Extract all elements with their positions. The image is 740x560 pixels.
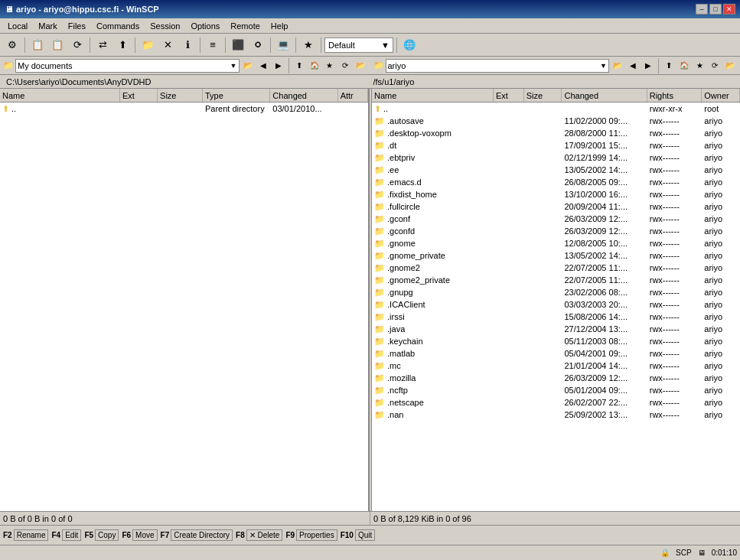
window-title: ariyo - ariyo@hippu.csc.fi - WinSCP <box>16 5 159 14</box>
toolbar-bookmark[interactable]: ★ <box>299 37 318 54</box>
right-home-btn[interactable]: 🏠 <box>677 59 691 73</box>
fkey-f6[interactable]: F6Move <box>122 529 157 541</box>
right-file-row[interactable]: 📁 .autosave 11/02/2000 09:... rwx------ … <box>372 115 740 127</box>
right-file-row[interactable]: 📁 .gnome2 22/07/2005 11:... rwx------ ar… <box>372 262 740 274</box>
right-col-name[interactable]: Name <box>372 89 494 102</box>
right-file-row[interactable]: 📁 .keychain 05/11/2003 08:... rwx------ … <box>372 335 740 347</box>
toolbar-disconnect[interactable]: ⭘ <box>249 37 267 54</box>
maximize-button[interactable]: □ <box>709 4 722 15</box>
left-bookmark-arrow[interactable]: ▼ <box>230 62 237 70</box>
fkey-f5[interactable]: F5Copy <box>84 529 119 541</box>
right-file-row[interactable]: 📁 .gnome 12/08/2005 10:... rwx------ ari… <box>372 237 740 249</box>
right-file-list: ⬆ .. rwxr-xr-x root 📁 .autosave 11/02/20… <box>372 103 740 511</box>
menu-bar: Local Mark Files Commands Session Option… <box>0 18 740 34</box>
left-browse-btn[interactable]: 📂 <box>241 59 255 73</box>
left-file-row-parent[interactable]: ⬆ .. Parent directory 03/01/2010... <box>0 103 368 115</box>
right-file-row[interactable]: 📁 .gnome2_private 22/07/2005 11:... rwx-… <box>372 274 740 286</box>
right-file-row[interactable]: 📁 .dt 17/09/2001 15:... rwx------ ariyo <box>372 139 740 151</box>
right-file-row[interactable]: 📁 .fixdist_home 13/10/2000 16:... rwx---… <box>372 188 740 200</box>
toolbar-new-dir[interactable]: 📁 <box>139 37 157 54</box>
left-col-ext[interactable]: Ext <box>120 89 158 102</box>
left-fwd-btn[interactable]: ▶ <box>272 59 285 73</box>
menu-files[interactable]: Files <box>64 21 90 31</box>
right-file-row[interactable]: 📁 .gconf 26/03/2009 12:... rwx------ ari… <box>372 213 740 225</box>
right-file-row[interactable]: 📁 .ncftp 05/01/2004 09:... rwx------ ari… <box>372 384 740 396</box>
right-fwd-btn[interactable]: ▶ <box>641 59 655 73</box>
right-file-row[interactable]: ⬆ .. rwxr-xr-x root <box>372 103 740 115</box>
right-col-size[interactable]: Size <box>524 89 562 102</box>
right-browse-btn[interactable]: 📂 <box>611 59 624 73</box>
left-refresh-btn[interactable]: ⟳ <box>338 59 352 73</box>
right-col-rights[interactable]: Rights <box>647 89 703 102</box>
right-up-btn[interactable]: ⬆ <box>662 59 676 73</box>
toolbar-stop[interactable]: ⬛ <box>229 37 247 54</box>
minimize-button[interactable]: – <box>696 4 708 15</box>
right-bookmark-btn[interactable]: ★ <box>693 59 706 73</box>
toolbar-copy-local[interactable]: 📋 <box>28 37 47 54</box>
right-file-row[interactable]: 📁 .ICAClient 03/03/2003 20:... rwx------… <box>372 298 740 311</box>
menu-help[interactable]: Help <box>266 21 293 31</box>
fkey-f4[interactable]: F4Edit <box>51 529 81 541</box>
left-back-btn[interactable]: ◀ <box>256 59 270 73</box>
toolbar-sep-2 <box>90 37 90 53</box>
left-open-btn[interactable]: 📂 <box>354 59 367 73</box>
toolbar-upload[interactable]: ⬆ <box>113 37 132 54</box>
left-home-btn[interactable]: 🏠 <box>308 59 321 73</box>
right-back-btn[interactable]: ◀ <box>626 59 640 73</box>
menu-mark[interactable]: Mark <box>34 21 61 31</box>
right-file-row[interactable]: 📁 .mozilla 26/03/2009 12:... rwx------ a… <box>372 372 740 384</box>
right-file-row[interactable]: 📁 .gnome_private 13/05/2002 14:... rwx--… <box>372 249 740 262</box>
menu-remote[interactable]: Remote <box>226 21 265 31</box>
right-col-changed[interactable]: Changed <box>562 89 647 102</box>
fkey-f7[interactable]: F7Create Directory <box>161 529 233 541</box>
left-bookmark-label: My documents <box>18 61 230 70</box>
toolbar-preferences[interactable]: ⚙ <box>3 37 21 54</box>
fkey-f9[interactable]: F9Properties <box>285 529 337 541</box>
toolbar-delete[interactable]: ✕ <box>158 37 177 54</box>
menu-options[interactable]: Options <box>186 21 224 31</box>
toolbar-sync[interactable]: ⇄ <box>93 37 112 54</box>
path-bar: C:\Users\ariyo\Documents\AnyDVDHD /fs/u1… <box>0 75 740 89</box>
right-col-owner[interactable]: Owner <box>702 89 740 102</box>
close-button[interactable]: ✕ <box>723 4 735 15</box>
right-file-row[interactable]: 📁 .mc 21/01/2004 14:... rwx------ ariyo <box>372 360 740 372</box>
right-file-row[interactable]: 📁 .ee 13/05/2002 14:... rwx------ ariyo <box>372 164 740 176</box>
fkey-f10[interactable]: F10Quit <box>341 529 376 541</box>
toolbar-sep-8 <box>321 37 321 53</box>
menu-session[interactable]: Session <box>145 21 184 31</box>
left-col-name[interactable]: Name <box>0 89 120 102</box>
right-file-row[interactable]: 📁 .gnupg 23/02/2006 08:... rwx------ ari… <box>372 286 740 298</box>
right-file-row[interactable]: 📁 .java 27/12/2004 13:... rwx------ ariy… <box>372 323 740 335</box>
toolbar-paste[interactable]: 📋 <box>48 37 67 54</box>
toolbar-queue[interactable]: ≡ <box>204 37 222 54</box>
right-file-row[interactable]: 📁 .ebtpriv 02/12/1999 14:... rwx------ a… <box>372 151 740 164</box>
right-refresh-btn[interactable]: ⟳ <box>708 59 722 73</box>
toolbar-options2[interactable]: 🌐 <box>400 37 419 54</box>
right-file-row[interactable]: 📁 .netscape 26/02/2007 22:... rwx------ … <box>372 396 740 409</box>
right-file-row[interactable]: 📁 .irssi 15/08/2006 14:... rwx------ ari… <box>372 311 740 323</box>
left-col-attr[interactable]: Attr <box>338 89 368 102</box>
right-bookmark-arrow[interactable]: ▼ <box>600 62 607 70</box>
right-file-row[interactable]: 📁 .emacs.d 26/08/2005 09:... rwx------ a… <box>372 176 740 188</box>
fkey-f8[interactable]: F8✕ Delete <box>236 529 282 541</box>
right-file-row[interactable]: 📁 .fullcircle 20/09/2004 11:... rwx-----… <box>372 200 740 213</box>
transfer-mode-dropdown[interactable]: Default ▼ <box>324 37 393 53</box>
right-file-row[interactable]: 📁 .matlab 05/04/2001 09:... rwx------ ar… <box>372 347 740 360</box>
toolbar-properties[interactable]: ℹ <box>178 37 197 54</box>
right-open-btn[interactable]: 📂 <box>723 59 737 73</box>
left-up-btn[interactable]: ⬆ <box>292 59 306 73</box>
right-col-ext[interactable]: Ext <box>494 89 524 102</box>
toolbar-open-terminal[interactable]: 💻 <box>274 37 292 54</box>
right-file-row[interactable]: 📁 .gconfd 26/03/2009 12:... rwx------ ar… <box>372 225 740 237</box>
menu-local[interactable]: Local <box>3 21 32 31</box>
fkey-f2[interactable]: F2Rename <box>3 529 48 541</box>
menu-commands[interactable]: Commands <box>92 21 144 31</box>
left-col-changed[interactable]: Changed <box>270 89 337 102</box>
left-bookmark-btn[interactable]: ★ <box>323 59 337 73</box>
right-file-row[interactable]: 📁 .nan 25/09/2002 13:... rwx------ ariyo <box>372 409 740 421</box>
toolbar-refresh[interactable]: ⟳ <box>68 37 86 54</box>
left-col-size[interactable]: Size <box>158 89 203 102</box>
right-file-row[interactable]: 📁 .desktop-voxopm 28/08/2000 11:... rwx-… <box>372 127 740 139</box>
left-col-type[interactable]: Type <box>203 89 270 102</box>
right-file-panel: Name Ext Size Changed Rights Owner ⬆ .. <box>372 89 740 511</box>
